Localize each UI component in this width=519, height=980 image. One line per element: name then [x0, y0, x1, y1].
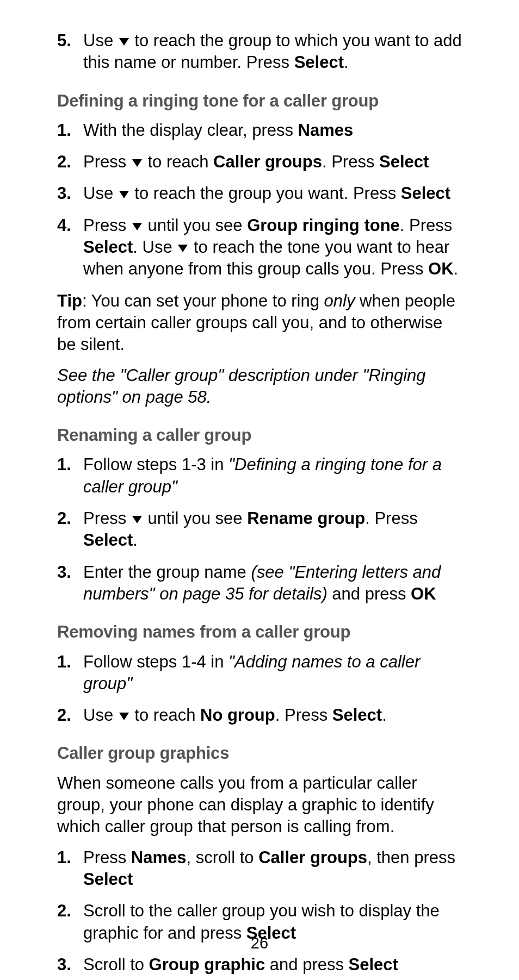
prev-section: 5. Use to reach the group to which you w…: [57, 30, 462, 74]
list-item: 4. Press until you see Group ringing ton…: [57, 215, 462, 280]
list-body: Follow steps 1-3 in "Defining a ringing …: [83, 454, 462, 498]
list-item: 1. Follow steps 1-3 in "Defining a ringi…: [57, 454, 462, 498]
text: , then press: [367, 848, 455, 867]
text: Press: [83, 848, 131, 867]
down-triangle-icon: [132, 516, 142, 523]
list-item: 1. Follow steps 1-4 in "Adding names to …: [57, 651, 462, 695]
section-heading: Renaming a caller group: [57, 425, 462, 446]
list-body: Press Names, scroll to Caller groups, th…: [83, 847, 462, 891]
menu-label: Group ringing tone: [247, 216, 400, 235]
section-heading: Defining a ringing tone for a caller gro…: [57, 90, 462, 112]
list-marker: 3.: [57, 561, 83, 606]
list-item: 2. Use to reach No group. Press Select.: [57, 704, 462, 726]
text: Use: [83, 31, 118, 50]
section-ringing-tone: Defining a ringing tone for a caller gro…: [57, 90, 462, 409]
down-triangle-icon: [178, 245, 188, 252]
list-body: Scroll to Group graphic and press Select: [83, 954, 462, 976]
section-removing: Removing names from a caller group 1. Fo…: [57, 621, 462, 726]
text: .: [382, 706, 387, 725]
text: Press: [83, 216, 131, 235]
list-body: Use to reach the group to which you want…: [83, 30, 462, 74]
page-number: 26: [0, 933, 519, 954]
intro-paragraph: When someone calls you from a particular…: [57, 772, 462, 838]
button-label: Select: [349, 955, 398, 974]
tip-label: Tip: [57, 291, 82, 310]
list-item: 2. Press until you see Rename group. Pre…: [57, 508, 462, 552]
text: to reach the group to which you want to …: [83, 31, 462, 72]
text: and press: [328, 584, 411, 603]
text: Press: [83, 152, 131, 171]
list-marker: 2.: [57, 508, 83, 552]
menu-label: Caller groups: [258, 848, 367, 867]
text: until you see: [143, 216, 247, 235]
tip-paragraph: Tip: You can set your phone to ring only…: [57, 290, 462, 356]
list-body: Follow steps 1-4 in "Adding names to a c…: [83, 651, 462, 695]
section-heading: Caller group graphics: [57, 742, 462, 764]
list-marker: 2.: [57, 704, 83, 726]
button-label: Select: [379, 152, 429, 171]
cross-reference: See the "Caller group" description under…: [57, 365, 462, 409]
list-body: Use to reach the group you want. Press S…: [83, 183, 462, 204]
text: Follow steps 1-4 in: [83, 652, 228, 671]
button-label: Select: [83, 530, 133, 550]
text: .: [344, 53, 349, 72]
list-item: 1. Press Names, scroll to Caller groups,…: [57, 847, 462, 891]
text: . Use: [133, 238, 177, 257]
down-triangle-icon: [119, 713, 129, 720]
text: Scroll to: [83, 955, 149, 974]
text: . Press: [322, 152, 379, 171]
list-marker: 2.: [57, 151, 83, 173]
list-marker: 1.: [57, 120, 83, 141]
button-label: Select: [401, 184, 450, 203]
list-item: 1. With the display clear, press Names: [57, 120, 462, 141]
down-triangle-icon: [132, 159, 142, 167]
list-marker: 1.: [57, 651, 83, 695]
list-marker: 3.: [57, 183, 83, 204]
list-marker: 5.: [57, 30, 83, 74]
list-item: 5. Use to reach the group to which you w…: [57, 30, 462, 74]
list-item: 3. Scroll to Group graphic and press Sel…: [57, 954, 462, 976]
list-body: Press to reach Caller groups. Press Sele…: [83, 151, 462, 173]
section-renaming: Renaming a caller group 1. Follow steps …: [57, 425, 462, 605]
list-body: With the display clear, press Names: [83, 120, 462, 141]
down-triangle-icon: [132, 223, 142, 230]
button-label: Names: [298, 121, 354, 140]
list-body: Press until you see Rename group. Press …: [83, 508, 462, 552]
list-marker: 4.: [57, 215, 83, 280]
text: . Press: [365, 509, 417, 528]
section-heading: Removing names from a caller group: [57, 621, 462, 643]
list-marker: 1.: [57, 847, 83, 891]
menu-label: Group graphic: [149, 955, 265, 974]
text: to reach: [143, 152, 213, 171]
text: Use: [83, 184, 118, 203]
button-label: OK: [411, 584, 436, 603]
text: Follow steps 1-3 in: [83, 455, 228, 474]
down-triangle-icon: [119, 38, 129, 46]
list-item: 3. Use to reach the group you want. Pres…: [57, 183, 462, 204]
button-label: Select: [294, 53, 344, 72]
text: to reach the group you want. Press: [130, 184, 401, 203]
button-label: OK: [428, 259, 454, 278]
list-marker: 3.: [57, 954, 83, 976]
list-item: 3. Enter the group name (see "Entering l…: [57, 561, 462, 606]
list-body: Press until you see Group ringing tone. …: [83, 215, 462, 280]
text: Press: [83, 509, 131, 528]
emphasis: only: [324, 291, 355, 310]
text: With the display clear, press: [83, 121, 298, 140]
text: until you see: [143, 509, 247, 528]
button-label: Select: [83, 238, 133, 257]
menu-label: No group: [200, 706, 275, 725]
menu-label: Rename group: [247, 509, 365, 528]
list-body: Enter the group name (see "Entering lett…: [83, 561, 462, 606]
text: and press: [265, 955, 348, 974]
button-label: Select: [83, 870, 133, 889]
list-marker: 1.: [57, 454, 83, 498]
down-triangle-icon: [119, 191, 129, 198]
text: .: [133, 530, 138, 550]
button-label: Select: [332, 706, 382, 725]
text: Use: [83, 706, 118, 725]
button-label: Names: [131, 848, 187, 867]
text: . Press: [275, 706, 332, 725]
list-body: Use to reach No group. Press Select.: [83, 704, 462, 726]
text: .: [454, 259, 459, 278]
